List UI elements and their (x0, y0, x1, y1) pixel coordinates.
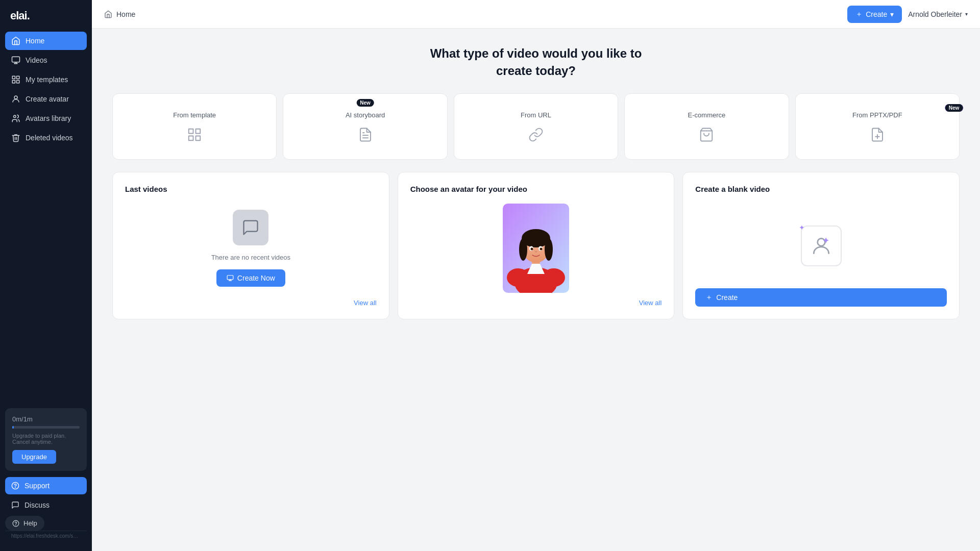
ecommerce-card-icon (699, 127, 714, 142)
svg-rect-13 (196, 129, 201, 133)
svg-rect-12 (189, 129, 193, 133)
upgrade-bar-fill (12, 426, 14, 429)
svg-rect-21 (227, 276, 233, 280)
upgrade-usage: 0m/1m (12, 415, 80, 423)
svg-point-32 (530, 248, 533, 251)
upgrade-text: Upgrade to paid plan. Cancel anytime. (12, 433, 80, 445)
create-blank-label: Create (716, 293, 738, 302)
upgrade-button[interactable]: Upgrade (12, 450, 56, 464)
pptx-label: From PPTX/PDF (852, 111, 902, 119)
create-btn-label: Create (866, 10, 887, 18)
sparkle-icon: ✦ (799, 223, 805, 232)
svg-point-35 (543, 268, 565, 287)
svg-rect-4 (17, 81, 19, 83)
svg-point-36 (817, 239, 825, 246)
help-button[interactable]: Help (5, 516, 44, 531)
sidebar-item-deleted-videos[interactable]: Deleted videos (5, 129, 87, 147)
template-card-icon (187, 127, 202, 142)
upgrade-progress-bar (12, 426, 80, 429)
svg-point-11 (16, 524, 16, 525)
pptx-card-icon (870, 127, 885, 142)
discuss-button[interactable]: Discuss (5, 496, 87, 514)
chevron-down-icon: ▾ (890, 10, 894, 18)
avatars-library-icon (11, 114, 20, 123)
discuss-label: Discuss (24, 501, 50, 509)
deleted-videos-icon (11, 133, 20, 142)
new-badge-pptx: New (945, 104, 963, 112)
svg-point-33 (540, 248, 542, 251)
last-videos-section: Last videos There are no recent videos C… (112, 172, 389, 319)
video-types-row: From template New AI storyboard (112, 93, 960, 160)
video-type-from-template[interactable]: From template (112, 93, 277, 160)
video-type-ai-storyboard[interactable]: New AI storyboard (283, 93, 447, 160)
breadcrumb: Home (104, 10, 135, 18)
svg-point-28 (519, 238, 527, 261)
user-menu[interactable]: Arnold Oberleiter ▾ (908, 10, 968, 18)
storyboard-card-icon (358, 127, 373, 142)
help-label: Help (23, 519, 37, 527)
ecommerce-label: E-commerce (688, 111, 726, 119)
status-bar: https://elai.freshdesk.com/support/home (5, 531, 87, 541)
last-videos-empty-state: There are no recent videos Create Now (125, 204, 377, 293)
video-type-from-pptx[interactable]: Beta New From PPTX/PDF (795, 93, 960, 160)
new-badge-storyboard: New (356, 99, 374, 107)
discuss-icon (11, 501, 19, 509)
home-icon (11, 36, 20, 45)
sidebar-item-create-avatar[interactable]: Create avatar (5, 90, 87, 108)
blank-video-preview: ✦ (695, 204, 947, 288)
breadcrumb-label: Home (116, 10, 135, 18)
avatar-image (503, 204, 569, 293)
sidebar-nav: Home Videos My templates (0, 28, 92, 403)
create-now-button[interactable]: Create Now (216, 269, 285, 287)
videos-icon (11, 56, 20, 65)
create-now-label: Create Now (237, 274, 275, 282)
sidebar-item-videos-label: Videos (26, 56, 47, 64)
sidebar-item-avatars-library-label: Avatars library (26, 114, 71, 122)
topbar-right: ＋ Create ▾ Arnold Oberleiter ▾ (847, 6, 968, 23)
support-label: Support (24, 482, 50, 490)
avatar-preview-area[interactable] (410, 204, 662, 293)
empty-video-icon (233, 210, 268, 245)
last-videos-title: Last videos (125, 185, 377, 193)
page-title: What type of video would you like tocrea… (112, 45, 960, 79)
blank-video-icon: ✦ (801, 226, 842, 266)
plus-icon-blank: ＋ (705, 293, 713, 302)
view-all-avatars-link[interactable]: View all (410, 293, 662, 307)
empty-videos-text: There are no recent videos (211, 254, 290, 261)
upgrade-card: 0m/1m Upgrade to paid plan. Cancel anyti… (5, 408, 87, 471)
avatar-section-title: Choose an avatar for your video (410, 185, 662, 193)
create-avatar-icon (11, 94, 20, 104)
create-main-button[interactable]: ＋ Create ▾ (847, 6, 902, 23)
sidebar-item-my-templates[interactable]: My templates (5, 70, 87, 89)
svg-point-7 (14, 115, 16, 118)
view-all-videos-link[interactable]: View all (125, 293, 377, 307)
from-template-label: From template (173, 111, 216, 119)
sidebar-item-avatars-library[interactable]: Avatars library (5, 109, 87, 128)
sidebar-item-deleted-videos-label: Deleted videos (26, 134, 73, 142)
templates-icon (11, 75, 20, 84)
blank-video-title: Create a blank video (695, 185, 947, 193)
create-blank-button[interactable]: ＋ Create (695, 288, 947, 307)
svg-rect-5 (12, 81, 15, 83)
sidebar-item-create-avatar-label: Create avatar (26, 95, 69, 103)
svg-rect-0 (12, 57, 20, 62)
app-logo: elai. (0, 0, 92, 28)
sidebar-item-videos[interactable]: Videos (5, 51, 87, 69)
svg-rect-14 (196, 136, 201, 140)
video-type-from-url[interactable]: From URL (454, 93, 618, 160)
avatar-section: Choose an avatar for your video (398, 172, 675, 319)
plus-icon: ＋ (855, 10, 863, 19)
help-icon (12, 520, 19, 527)
sidebar-item-home[interactable]: Home (5, 32, 87, 50)
ai-storyboard-label: AI storyboard (346, 111, 385, 119)
svg-point-34 (507, 268, 529, 287)
sidebar-item-home-label: Home (26, 37, 44, 45)
support-button[interactable]: Support (5, 477, 87, 494)
video-type-ecommerce[interactable]: E-commerce (624, 93, 789, 160)
user-chevron-icon: ▾ (965, 11, 968, 17)
from-url-label: From URL (521, 111, 551, 119)
url-card-icon (528, 127, 544, 142)
svg-rect-15 (189, 136, 193, 140)
sidebar: elai. Home Videos (0, 0, 92, 551)
bottom-grid: Last videos There are no recent videos C… (112, 172, 960, 319)
